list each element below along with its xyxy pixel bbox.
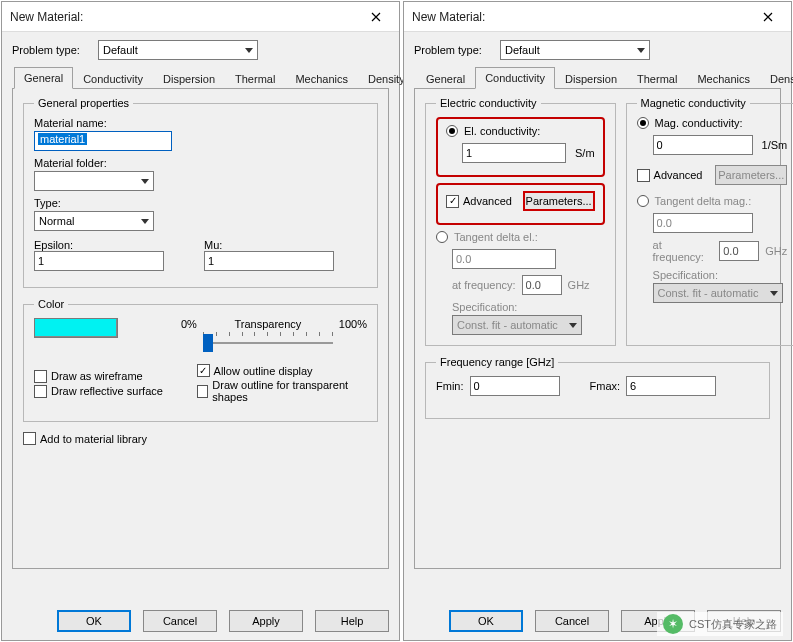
watermark-text: CST仿真专家之路 xyxy=(689,617,777,632)
specification-el-label: Specification: xyxy=(452,301,605,313)
draw-wireframe-label: Draw as wireframe xyxy=(51,370,143,382)
tab-thermal[interactable]: Thermal xyxy=(225,68,285,89)
dialog-body: Problem type: Default General Conductivi… xyxy=(404,32,791,577)
type-select[interactable]: Normal xyxy=(34,211,154,231)
mu-label: Mu: xyxy=(204,239,334,251)
add-to-library-label: Add to material library xyxy=(40,433,147,445)
general-properties-legend: General properties xyxy=(34,97,133,109)
mag-advanced-label: Advanced xyxy=(654,169,703,181)
transparency-100: 100% xyxy=(339,318,367,330)
el-advanced-label: Advanced xyxy=(463,195,512,207)
material-name-input[interactable]: material1 xyxy=(38,133,87,145)
tabs: General Conductivity Dispersion Thermal … xyxy=(414,66,781,89)
help-button[interactable]: Help xyxy=(315,610,389,632)
add-to-library-check[interactable]: Add to material library xyxy=(23,432,378,445)
close-button[interactable] xyxy=(753,4,783,30)
mag-parameters-button: Parameters... xyxy=(715,165,787,185)
color-legend: Color xyxy=(34,298,68,310)
el-conductivity-input[interactable] xyxy=(462,143,566,163)
cancel-button[interactable]: Cancel xyxy=(143,610,217,632)
general-properties-group: General properties Material name: materi… xyxy=(23,97,378,288)
chevron-down-icon xyxy=(569,323,577,328)
tab-mechanics[interactable]: Mechanics xyxy=(285,68,358,89)
specification-mag-label: Specification: xyxy=(653,269,788,281)
magnetic-conductivity-group: Magnetic conductivity Mag. conductivity:… xyxy=(626,97,793,346)
tangent-delta-mag-radio[interactable]: Tangent delta mag.: xyxy=(637,195,788,207)
mag-conductivity-radio[interactable]: Mag. conductivity: xyxy=(637,117,788,129)
el-conductivity-radio[interactable]: El. conductivity: xyxy=(446,125,595,137)
titlebar: New Material: xyxy=(404,2,791,32)
tab-mechanics[interactable]: Mechanics xyxy=(687,68,760,89)
mag-conductivity-input[interactable] xyxy=(653,135,753,155)
tabs: General Conductivity Dispersion Thermal … xyxy=(12,66,389,89)
close-button[interactable] xyxy=(361,4,391,30)
specification-mag-select: Const. fit - automatic xyxy=(653,283,783,303)
frequency-range-group: Frequency range [GHz] Fmin: Fmax: xyxy=(425,356,770,419)
el-parameters-button[interactable]: Parameters... xyxy=(523,191,595,211)
problem-type-select[interactable]: Default xyxy=(500,40,650,60)
wechat-icon: ✶ xyxy=(663,614,683,634)
tab-dispersion[interactable]: Dispersion xyxy=(555,68,627,89)
chevron-down-icon xyxy=(141,179,149,184)
problem-type-value: Default xyxy=(505,44,540,56)
tab-thermal[interactable]: Thermal xyxy=(627,68,687,89)
at-frequency-label: at frequency: xyxy=(452,279,516,291)
electric-conductivity-group: Electric conductivity El. conductivity: … xyxy=(425,97,616,346)
draw-reflective-check[interactable]: Draw reflective surface xyxy=(34,385,177,398)
material-folder-label: Material folder: xyxy=(34,157,367,169)
mag-advanced-check[interactable]: Advanced xyxy=(637,169,703,182)
dialog-body: Problem type: Default General Conductivi… xyxy=(2,32,399,577)
electric-conductivity-legend: Electric conductivity xyxy=(436,97,541,109)
tab-pane-conductivity: Electric conductivity El. conductivity: … xyxy=(414,89,781,569)
draw-outline-transparent-check[interactable]: Draw outline for transparent shapes xyxy=(197,379,367,403)
button-row: OK Cancel Apply Help xyxy=(57,610,389,632)
color-group: Color 0% Transparency 10 xyxy=(23,298,378,422)
el-conductivity-unit: S/m xyxy=(575,147,595,159)
problem-type-value: Default xyxy=(103,44,138,56)
ok-button[interactable]: OK xyxy=(57,610,131,632)
el-advanced-check[interactable]: Advanced xyxy=(446,195,512,208)
titlebar: New Material: xyxy=(2,2,399,32)
dialog-title: New Material: xyxy=(412,10,485,24)
problem-type-label: Problem type: xyxy=(414,44,494,56)
el-conductivity-label: El. conductivity: xyxy=(464,125,540,137)
mu-input[interactable] xyxy=(204,251,334,271)
dialog-title: New Material: xyxy=(10,10,83,24)
apply-button[interactable]: Apply xyxy=(229,610,303,632)
tangent-delta-el-label: Tangent delta el.: xyxy=(454,231,538,243)
material-name-label: Material name: xyxy=(34,117,367,129)
tab-conductivity[interactable]: Conductivity xyxy=(73,68,153,89)
cancel-button[interactable]: Cancel xyxy=(535,610,609,632)
transparency-0: 0% xyxy=(181,318,197,330)
problem-type-label: Problem type: xyxy=(12,44,92,56)
material-folder-select[interactable] xyxy=(34,171,154,191)
chevron-down-icon xyxy=(141,219,149,224)
epsilon-input[interactable] xyxy=(34,251,164,271)
ok-button[interactable]: OK xyxy=(449,610,523,632)
tab-pane-general: General properties Material name: materi… xyxy=(12,89,389,569)
frequency-range-legend: Frequency range [GHz] xyxy=(436,356,558,368)
draw-wireframe-check[interactable]: Draw as wireframe xyxy=(34,370,177,383)
at-frequency-label: at frequency: xyxy=(653,239,714,263)
fmin-label: Fmin: xyxy=(436,380,464,392)
allow-outline-check[interactable]: Allow outline display xyxy=(197,364,367,377)
transparency-slider[interactable] xyxy=(203,330,333,356)
draw-outline-transparent-label: Draw outline for transparent shapes xyxy=(212,379,367,403)
magnetic-conductivity-legend: Magnetic conductivity xyxy=(637,97,750,109)
problem-type-select[interactable]: Default xyxy=(98,40,258,60)
tangent-delta-el-radio[interactable]: Tangent delta el.: xyxy=(436,231,605,243)
allow-outline-label: Allow outline display xyxy=(214,365,313,377)
tab-general[interactable]: General xyxy=(416,68,475,89)
mag-conductivity-label: Mag. conductivity: xyxy=(655,117,743,129)
tangent-delta-el-input xyxy=(452,249,556,269)
fmin-input[interactable] xyxy=(470,376,560,396)
draw-reflective-label: Draw reflective surface xyxy=(51,385,163,397)
tab-conductivity[interactable]: Conductivity xyxy=(475,67,555,89)
dialog-new-material-general: New Material: Problem type: Default Gene… xyxy=(1,1,400,641)
color-swatch-button[interactable] xyxy=(34,318,118,338)
tab-general[interactable]: General xyxy=(14,67,73,89)
ghz-unit: GHz xyxy=(568,279,590,291)
tab-dispersion[interactable]: Dispersion xyxy=(153,68,225,89)
fmax-input[interactable] xyxy=(626,376,716,396)
tab-density[interactable]: Density xyxy=(760,68,793,89)
